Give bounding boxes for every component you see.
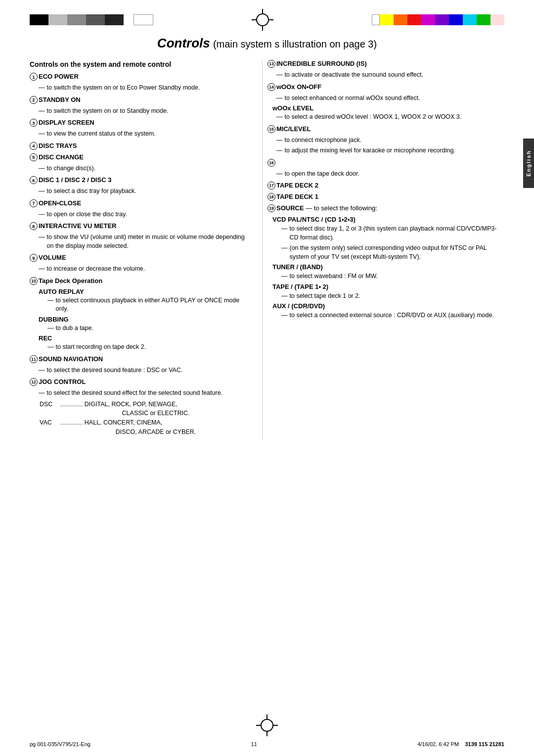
tuner-section: TUNER / (BAND) — to select waveband : FM… — [272, 263, 504, 281]
english-sidebar: English — [523, 139, 534, 188]
standby-bullet: — to switch the system on or to Standby … — [39, 107, 247, 116]
color-bar-purple — [435, 14, 449, 25]
crosshair-circle-bottom — [261, 719, 273, 732]
item-disc-trays-row: 4 DISC TRAYS — [30, 142, 247, 150]
num-18: 18 — [267, 193, 275, 201]
spacer — [124, 14, 134, 25]
item-display-screen: 3 DISPLAY SCREEN — to view the current s… — [30, 119, 247, 139]
woox-level-bullet: — to select a desired wOOx level : WOOX … — [276, 113, 504, 122]
white-box2 — [372, 14, 380, 25]
num-19: 19 — [267, 204, 275, 212]
item-eco-power-row: 1 ECO POWER — [30, 73, 247, 81]
item-jog-control: 12 JOG CONTROL — to select the desired s… — [30, 378, 247, 437]
item-tape-deck-1: 18 TAPE DECK 1 — [267, 193, 504, 201]
item-volume-row: 9 VOLUME — [30, 254, 247, 262]
woox-level-title: wOOx LEVEL — [272, 104, 504, 112]
item-disc-change: 5 DISC CHANGE — to change disc(s). — [30, 153, 247, 173]
eco-power-title: ECO POWER — [39, 73, 79, 80]
num-14: 14 — [267, 83, 275, 91]
item-source-row: 19 SOURCE — to select the following: — [267, 204, 504, 212]
dubbing-title: DUBBING — [39, 316, 247, 323]
vu-meter-bullet: — to show the VU (volume unit) meter in … — [39, 233, 247, 250]
bottom-crosshair — [256, 714, 278, 736]
item-display-row: 3 DISPLAY SCREEN — [30, 119, 247, 127]
item-vu-meter-row: 8 INTERACTIVE VU METER — [30, 222, 247, 230]
item-td2-row: 17 TAPE DECK 2 — [267, 182, 504, 189]
color-bars-right — [372, 14, 504, 25]
item-standby-on: 2 STANDBY ON — to switch the system on o… — [30, 96, 247, 116]
color-bars-left — [30, 14, 153, 25]
item-mic-level: 15 MIC/LEVEL — to connect microphone jac… — [267, 125, 504, 155]
item-16-row: 16 — [267, 159, 504, 167]
item-jog-control-row: 12 JOG CONTROL — [30, 378, 247, 386]
num-12: 12 — [30, 378, 38, 386]
item-sound-nav-row: 11 SOUND NAVIGATION — [30, 355, 247, 363]
num-5: 5 — [30, 153, 38, 161]
td1-title: TAPE DECK 1 — [276, 193, 318, 200]
standby-title: STANDBY ON — [39, 96, 81, 103]
num-6: 6 — [30, 176, 38, 184]
display-bullet: — to view the current status of the syst… — [39, 130, 247, 139]
aux-title: AUX / (CDR/DVD) — [272, 302, 504, 310]
item-disc-123-row: 6 DISC 1 / DISC 2 / DISC 3 — [30, 176, 247, 184]
tape-deck-op-title: Tape Deck Operation — [39, 277, 102, 284]
num-15: 15 — [267, 125, 275, 133]
is-title: INCREDIBLE SURROUND (IS) — [276, 60, 367, 67]
item-tape-deck-2: 17 TAPE DECK 2 — [267, 182, 504, 189]
item-open-close-row: 7 OPEN•CLOSE — [30, 199, 247, 207]
page-title: Controls (main system s illustration on … — [0, 36, 534, 51]
item-mic-row: 15 MIC/LEVEL — [267, 125, 504, 133]
num-9: 9 — [30, 254, 38, 262]
dsc-row: DSC ............... DIGITAL, ROCK, POP, … — [40, 400, 247, 409]
num-2: 2 — [30, 96, 38, 104]
page-title-word: Controls — [157, 36, 210, 50]
item-source: 19 SOURCE — to select the following: — [267, 204, 504, 212]
num-1: 1 — [30, 73, 38, 81]
color-bar-cyan — [463, 14, 477, 25]
item-eco-power: 1 ECO POWER — to switch the system on or… — [30, 73, 247, 93]
item-vu-meter: 8 INTERACTIVE VU METER — to show the VU … — [30, 222, 247, 250]
color-bars-container — [0, 0, 534, 31]
item-woox-row: 14 wOOx ON•OFF — [267, 83, 504, 91]
volume-bullet: — to increase or decrease the volume. — [39, 265, 247, 274]
color-bar-yellow — [380, 14, 394, 25]
color-bar-gray2 — [67, 14, 86, 25]
color-bar-gray4 — [105, 14, 124, 25]
item-is-row: 13 INCREDIBLE SURROUND (IS) — [267, 60, 504, 68]
vcd-bullet2: — (on the system only) select correspond… — [281, 244, 504, 261]
source-title: SOURCE — [276, 204, 304, 212]
num-10: 10 — [30, 277, 38, 285]
item-td1-row: 18 TAPE DECK 1 — [267, 193, 504, 201]
dsc-row2: CLASSIC or ELECTRIC. — [64, 409, 247, 418]
left-column: Controls on the system and remote contro… — [30, 60, 247, 440]
main-content: Controls on the system and remote contro… — [0, 60, 534, 440]
num-4: 4 — [30, 142, 38, 150]
sound-nav-title: SOUND NAVIGATION — [39, 355, 103, 363]
right-column: 13 INCREDIBLE SURROUND (IS) — to activat… — [262, 60, 504, 440]
disc-123-title: DISC 1 / DISC 2 / DISC 3 — [39, 176, 111, 184]
vac-row: VAC ............... HALL, CONCERT, CINEM… — [40, 418, 247, 427]
sound-nav-bullet: — to select the desired sound feature : … — [39, 366, 247, 375]
mic-title: MIC/LEVEL — [276, 125, 311, 133]
page-title-sub: (main system s illustration on page 3) — [213, 39, 377, 49]
color-bar-orange — [394, 14, 407, 25]
aux-bullet: — to select a connected external source … — [281, 311, 504, 320]
footer-right: 3139 115 21281 — [465, 741, 504, 747]
eco-power-bullet: — to switch the system on or to Eco Powe… — [39, 84, 247, 93]
tuner-bullet: — to select waveband : FM or MW. — [281, 272, 504, 281]
aux-section: AUX / (CDR/DVD) — to select a connected … — [272, 302, 504, 320]
item-sound-nav: 11 SOUND NAVIGATION — to select the desi… — [30, 355, 247, 375]
open-close-title: OPEN•CLOSE — [39, 199, 81, 207]
item-tape-deck-op: 10 Tape Deck Operation AUTO REPLAY — to … — [30, 277, 247, 352]
auto-replay-title: AUTO REPLAY — [39, 288, 247, 295]
crosshair-circle — [256, 13, 269, 26]
footer: pg 001-035/V795/21-Eng 11 4/16/02, 6:42 … — [30, 741, 504, 747]
item-disc-123: 6 DISC 1 / DISC 2 / DISC 3 — to select a… — [30, 176, 247, 196]
num-7: 7 — [30, 199, 38, 207]
english-label: English — [526, 150, 532, 177]
auto-replay-bullet: — to select continuous playback in eithe… — [47, 296, 247, 314]
vcd-section: VCD PAL/NTSC / (CD 1•2•3) — to select di… — [272, 216, 504, 261]
disc-change-bullet: — to change disc(s). — [39, 164, 247, 173]
color-bar-magenta — [421, 14, 435, 25]
color-bar-pink — [490, 14, 504, 25]
